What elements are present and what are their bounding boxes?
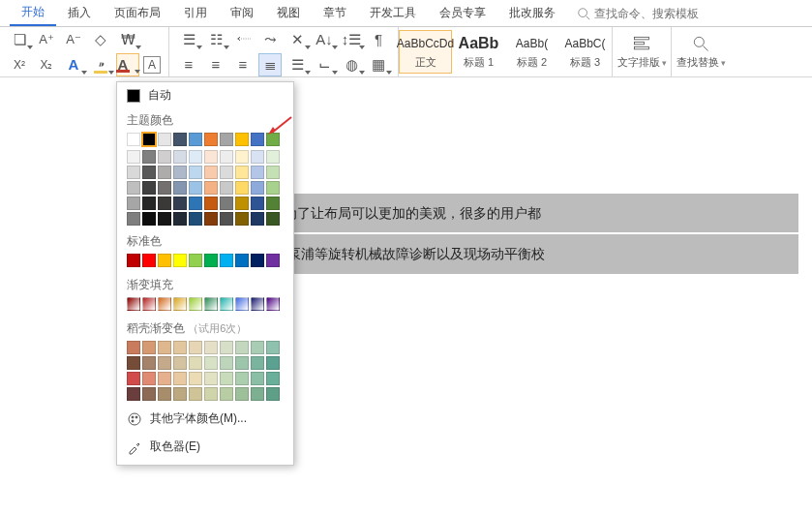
color-swatch[interactable]	[158, 181, 171, 195]
color-swatch[interactable]	[158, 133, 171, 146]
doke-swatch[interactable]	[266, 372, 280, 385]
doke-swatch[interactable]	[204, 387, 218, 401]
color-swatch[interactable]	[266, 197, 280, 210]
doke-swatch[interactable]	[158, 341, 171, 354]
doke-swatch[interactable]	[173, 356, 187, 370]
gradient-swatch[interactable]	[173, 297, 187, 311]
color-swatch[interactable]	[158, 166, 171, 179]
doke-swatch[interactable]	[158, 387, 171, 401]
color-swatch[interactable]	[220, 181, 233, 195]
tab-layout[interactable]: 页面布局	[103, 1, 172, 25]
asian-layout-icon[interactable]: ✕	[286, 28, 309, 51]
align-left-icon[interactable]: ≡	[177, 53, 200, 76]
subscript-icon[interactable]: X₂	[35, 53, 58, 76]
color-swatch[interactable]	[266, 212, 280, 226]
color-swatch[interactable]	[204, 254, 218, 267]
style-tile[interactable]: AaBb( 标题 2	[505, 31, 558, 73]
align-right-icon[interactable]: ≡	[231, 53, 255, 76]
doke-swatch[interactable]	[142, 372, 156, 385]
doke-swatch[interactable]	[173, 372, 187, 385]
color-swatch[interactable]	[235, 197, 249, 210]
color-swatch[interactable]	[173, 197, 187, 210]
gradient-swatch[interactable]	[127, 297, 140, 311]
clear-format-icon[interactable]: ◇	[89, 28, 112, 51]
color-swatch[interactable]	[173, 212, 187, 226]
color-swatch[interactable]	[220, 166, 233, 179]
bullets-icon[interactable]: ☰	[177, 28, 200, 51]
color-swatch[interactable]	[235, 254, 249, 267]
doke-swatch[interactable]	[189, 341, 202, 354]
doke-swatch[interactable]	[204, 372, 218, 385]
doke-swatch[interactable]	[220, 387, 233, 401]
indent-inc-icon[interactable]: ⤳	[258, 28, 282, 51]
color-swatch[interactable]	[220, 197, 233, 210]
color-swatch[interactable]	[220, 212, 233, 226]
color-swatch[interactable]	[142, 150, 156, 164]
doke-swatch[interactable]	[142, 341, 156, 354]
doke-swatch[interactable]	[235, 372, 249, 385]
color-swatch[interactable]	[173, 133, 187, 146]
doke-swatch[interactable]	[235, 356, 249, 370]
color-swatch[interactable]	[127, 133, 140, 146]
tab-start[interactable]: 开始	[10, 0, 56, 26]
char-shading-icon[interactable]: A	[143, 56, 161, 74]
color-swatch[interactable]	[142, 133, 156, 146]
doke-swatch[interactable]	[251, 341, 264, 354]
tab-reference[interactable]: 引用	[172, 1, 219, 25]
color-swatch[interactable]	[127, 150, 140, 164]
line-spacing-icon[interactable]: ↕☰	[340, 28, 363, 51]
show-marks-icon[interactable]: ¶	[367, 28, 390, 51]
gradient-swatch[interactable]	[204, 297, 218, 311]
doke-swatch[interactable]	[173, 341, 187, 354]
color-swatch[interactable]	[220, 150, 233, 164]
color-swatch[interactable]	[251, 181, 264, 195]
doke-swatch[interactable]	[158, 372, 171, 385]
tab-chapter[interactable]: 章节	[312, 1, 358, 25]
color-swatch[interactable]	[204, 150, 218, 164]
doke-swatch[interactable]	[266, 341, 280, 354]
gradient-swatch[interactable]	[158, 297, 171, 311]
doke-swatch[interactable]	[220, 372, 233, 385]
color-swatch[interactable]	[173, 150, 187, 164]
align-justify-icon[interactable]: ≣	[258, 53, 282, 76]
color-swatch[interactable]	[127, 254, 140, 267]
color-swatch[interactable]	[189, 133, 202, 146]
doke-swatch[interactable]	[251, 387, 264, 401]
color-swatch[interactable]	[266, 150, 280, 164]
color-swatch[interactable]	[158, 150, 171, 164]
tab-vip[interactable]: 会员专享	[428, 1, 497, 25]
command-search[interactable]	[577, 7, 710, 20]
tab-review[interactable]: 审阅	[219, 1, 265, 25]
format-painter-icon[interactable]: ❏	[8, 28, 31, 51]
style-tile[interactable]: AaBbCcDd 正文	[399, 30, 452, 74]
font-color-button[interactable]: A	[116, 53, 139, 76]
doke-swatch[interactable]	[127, 341, 140, 354]
doke-swatch[interactable]	[204, 356, 218, 370]
color-auto[interactable]: 自动	[117, 82, 293, 108]
color-swatch[interactable]	[189, 181, 202, 195]
text-effects-icon[interactable]: A	[62, 53, 85, 76]
doke-swatch[interactable]	[266, 356, 280, 370]
color-swatch[interactable]	[142, 197, 156, 210]
more-colors[interactable]: 其他字体颜色(M)...	[117, 405, 293, 433]
doke-swatch[interactable]	[235, 387, 249, 401]
doke-swatch[interactable]	[158, 356, 171, 370]
color-swatch[interactable]	[127, 212, 140, 226]
doke-swatch[interactable]	[142, 387, 156, 401]
color-swatch[interactable]	[204, 181, 218, 195]
color-swatch[interactable]	[251, 150, 264, 164]
color-swatch[interactable]	[173, 254, 187, 267]
color-swatch[interactable]	[251, 133, 264, 146]
find-replace-button[interactable]: 查找替换	[672, 34, 730, 70]
indent-dec-icon[interactable]: ⬸	[231, 28, 255, 51]
doke-swatch[interactable]	[251, 372, 264, 385]
doke-swatch[interactable]	[204, 341, 218, 354]
distribute-icon[interactable]: ☰	[286, 53, 309, 76]
highlight-icon[interactable]: ⁍	[89, 53, 112, 76]
color-swatch[interactable]	[189, 254, 202, 267]
color-swatch[interactable]	[220, 133, 233, 146]
color-swatch[interactable]	[127, 181, 140, 195]
color-swatch[interactable]	[235, 133, 249, 146]
style-tile[interactable]: AaBbC( 标题 3	[558, 31, 612, 73]
numbering-icon[interactable]: ☷	[204, 28, 227, 51]
